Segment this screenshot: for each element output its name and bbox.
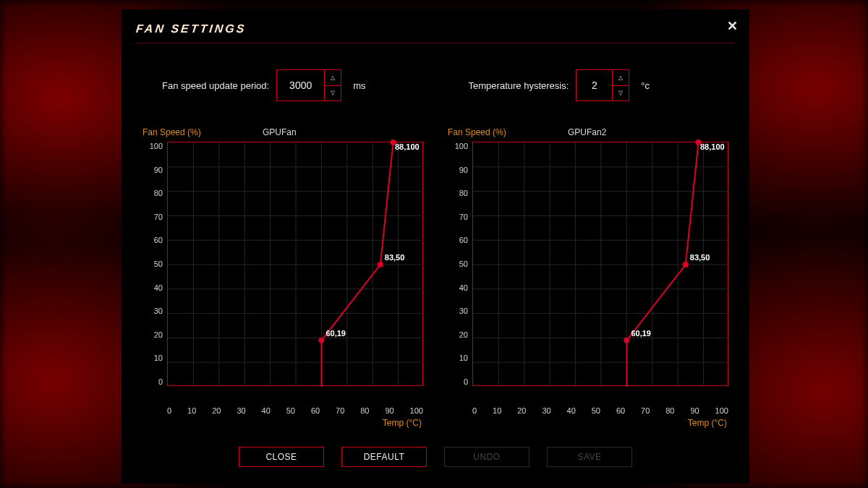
chevron-up-icon[interactable]: △ — [613, 70, 629, 86]
hysteresis-field: Temperature hysteresis: 2 △ ▽ °c — [469, 69, 650, 101]
hysteresis-unit: °c — [641, 80, 650, 91]
close-button[interactable]: CLOSE — [239, 447, 324, 467]
svg-text:88,100: 88,100 — [700, 142, 725, 151]
svg-point-43 — [683, 262, 689, 267]
button-bar: CLOSE DEFAULT UNDO SAVE — [136, 447, 735, 467]
y-axis-label: Fan Speed (%) — [448, 127, 535, 137]
x-axis-label: Temp (°C) — [142, 418, 422, 428]
y-ticks: 1009080706050403020100 — [142, 142, 167, 386]
settings-row: Fan speed update period: 3000 △ ▽ ms Tem… — [136, 69, 735, 101]
hysteresis-label: Temperature hysteresis: — [469, 80, 569, 91]
chevron-down-icon[interactable]: ▽ — [325, 86, 341, 101]
svg-point-18 — [318, 338, 324, 343]
fan-curve-chart-1: Fan Speed (%) GPUFan2 100908070605040302… — [448, 127, 728, 428]
fan-settings-dialog: FAN SETTINGS ✕ Fan speed update period: … — [122, 9, 749, 484]
update-period-unit: ms — [353, 80, 365, 91]
chart-name: GPUFan2 — [535, 127, 728, 137]
update-period-label: Fan speed update period: — [162, 80, 269, 91]
x-axis-label: Temp (°C) — [448, 418, 727, 428]
update-period-stepper[interactable]: 3000 △ ▽ — [276, 69, 341, 101]
svg-text:83,50: 83,50 — [385, 253, 405, 262]
fan-curve-chart-0: Fan Speed (%) GPUFan 1009080706050403020… — [142, 127, 423, 428]
undo-button: UNDO — [444, 447, 529, 467]
x-ticks: 0102030405060708090100 — [472, 406, 728, 415]
hysteresis-spin: △ ▽ — [613, 70, 629, 100]
svg-point-19 — [378, 262, 383, 267]
chart-name: GPUFan — [229, 127, 423, 137]
update-period-spin: △ ▽ — [325, 70, 341, 100]
hysteresis-value[interactable]: 2 — [576, 70, 613, 100]
fan-curve-plot[interactable]: 60,1983,5088,100 — [472, 142, 728, 386]
y-ticks: 1009080706050403020100 — [448, 142, 472, 386]
charts-container: Fan Speed (%) GPUFan 1009080706050403020… — [136, 127, 735, 428]
svg-point-42 — [624, 338, 629, 343]
hysteresis-stepper[interactable]: 2 △ ▽ — [576, 69, 629, 101]
svg-text:60,19: 60,19 — [326, 329, 346, 338]
save-button: SAVE — [547, 447, 632, 467]
default-button[interactable]: DEFAULT — [341, 447, 427, 467]
svg-text:88,100: 88,100 — [395, 142, 420, 151]
title-divider — [136, 43, 735, 43]
chevron-up-icon[interactable]: △ — [325, 70, 341, 86]
dialog-title: FAN SETTINGS — [135, 22, 736, 35]
x-ticks: 0102030405060708090100 — [167, 406, 423, 415]
close-icon[interactable]: ✕ — [727, 18, 738, 34]
svg-text:60,19: 60,19 — [631, 329, 651, 338]
update-period-field: Fan speed update period: 3000 △ ▽ ms — [162, 69, 366, 101]
y-axis-label: Fan Speed (%) — [142, 127, 229, 137]
svg-text:83,50: 83,50 — [690, 253, 710, 262]
chevron-down-icon[interactable]: ▽ — [613, 86, 629, 101]
update-period-value[interactable]: 3000 — [277, 70, 325, 100]
fan-curve-plot[interactable]: 60,1983,5088,100 — [167, 142, 423, 386]
